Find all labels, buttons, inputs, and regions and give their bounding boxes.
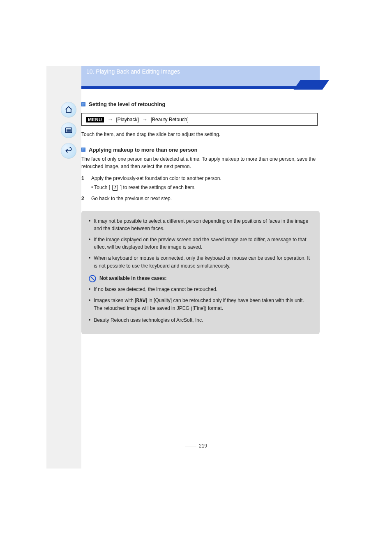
info-na1: If no faces are detected, the image cann… (94, 286, 217, 293)
not-available-label: Not available in these cases: (99, 275, 166, 282)
step-1: 1 Apply the previously-set foundation co… (81, 175, 318, 192)
square-bullet-icon (81, 102, 85, 106)
heading-1-text: Setting the level of retouching (89, 101, 165, 107)
step-1-sub-b: ] to reset the settings of each item. (120, 185, 196, 190)
chapter-banner: 10. Playing Back and Editing Images (81, 66, 320, 86)
home-icon[interactable] (61, 102, 76, 118)
step-2-text: Go back to the previous or next step. (91, 195, 318, 203)
banner-underline (81, 86, 303, 89)
menu-chip: MENU (86, 117, 104, 122)
menu-path-1: [Playback] (116, 117, 138, 122)
step-1-text: Apply the previously-set foundation colo… (91, 175, 221, 181)
menu-icon[interactable] (61, 122, 76, 138)
info-box: •It may not be possible to select a diff… (81, 211, 320, 334)
section-heading-2: Applying makeup to more than one person (81, 147, 336, 153)
section1-note: Touch the item, and then drag the slide … (81, 131, 318, 138)
arrow-icon: → (107, 116, 113, 122)
steps-list: 1 Apply the previously-set foundation co… (81, 175, 318, 203)
step-number: 2 (81, 195, 87, 203)
content-area: 10. Playing Back and Editing Images Sett… (81, 0, 336, 334)
step-number: 1 (81, 175, 87, 192)
section-heading-1: Setting the level of retouching (81, 101, 336, 107)
info-na2-a: Images taken with [ (94, 298, 136, 303)
step-2: 2 Go back to the previous or next step. (81, 195, 318, 203)
reset-icon: ↺ (112, 185, 118, 191)
info-b1: It may not be possible to select a diffe… (94, 217, 312, 233)
arrow-icon: → (142, 116, 148, 122)
page-number: 219 (0, 443, 392, 449)
back-icon[interactable] (61, 143, 76, 159)
nav-icon-group (61, 102, 76, 159)
info-trademark: Beauty Retouch uses technologies of ArcS… (94, 316, 203, 324)
section2-intro: The face of only one person can be detec… (81, 155, 318, 171)
not-available-row: Not available in these cases: (89, 275, 312, 282)
step-1-sub-a: Touch [ (94, 185, 110, 190)
heading-2-text: Applying makeup to more than one person (89, 147, 197, 153)
raw-badge: RAW (136, 298, 146, 304)
info-b2: If the image displayed on the preview sc… (94, 236, 312, 251)
banner-corner (294, 80, 330, 90)
menu-path-box: MENU → [Playback] → [Beauty Retouch] (81, 113, 318, 126)
menu-path-2: [Beauty Retouch] (151, 117, 189, 122)
not-available-icon (89, 275, 96, 282)
square-bullet-icon (81, 148, 85, 152)
chapter-title: 10. Playing Back and Editing Images (86, 68, 180, 75)
page: { "sidebar": { "icons": { "home": "home-… (0, 0, 392, 554)
info-b3: When a keyboard or mouse is connected, o… (94, 254, 312, 270)
